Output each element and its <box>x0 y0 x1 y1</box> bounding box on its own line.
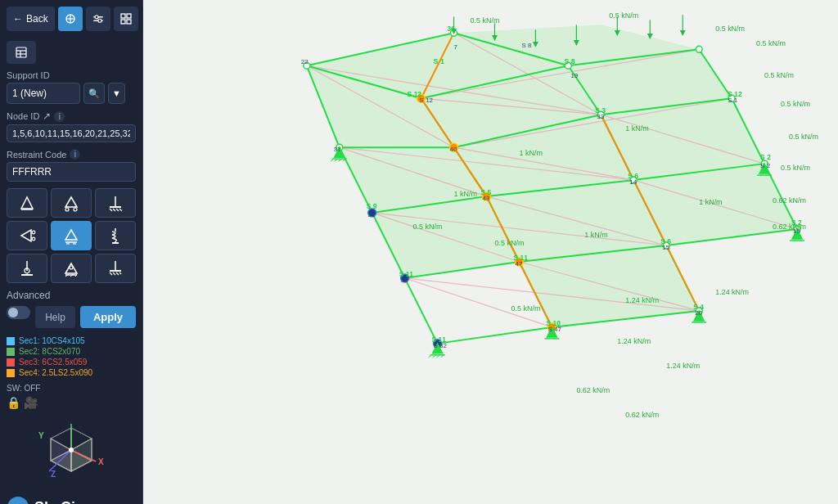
main-canvas: 0.5 kN/m 0.5 kN/m 0.5 kN/m 0.5 kN/m 0.5 … <box>143 0 838 504</box>
back-button[interactable]: ← Back <box>7 7 55 31</box>
svg-rect-10 <box>127 20 131 24</box>
support-id-input[interactable] <box>7 83 80 104</box>
camera-icon[interactable]: 🎥 <box>24 396 38 409</box>
svg-text:19: 19 <box>570 72 578 79</box>
legend-item-2: Sec2: 8CS2x070 <box>7 347 136 356</box>
svg-text:S 9: S 9 <box>367 202 377 210</box>
svg-text:1.24 kN/m: 1.24 kN/m <box>715 288 749 296</box>
svg-text:21: 21 <box>368 211 376 218</box>
legend-color-2 <box>7 348 15 356</box>
svg-point-28 <box>32 237 35 241</box>
svg-point-5 <box>95 16 98 19</box>
cube-svg: X Y Z <box>34 416 108 489</box>
svg-line-22 <box>110 209 112 211</box>
z-axis-label: Z <box>51 470 56 479</box>
svg-marker-39 <box>65 263 77 273</box>
cube-center <box>69 448 74 452</box>
svg-text:S 47: S 47 <box>547 326 561 333</box>
svg-text:0.62 kN/m: 0.62 kN/m <box>773 196 806 205</box>
skyciv-logo-row: SkyCiv <box>7 493 136 504</box>
roller-v-center-icon <box>62 227 80 245</box>
restraint-btn-roller-v-left[interactable] <box>7 221 47 250</box>
legend-item-3: Sec3: 6CS2.5x059 <box>7 358 136 367</box>
svg-text:0.5 kN/m: 0.5 kN/m <box>715 25 745 33</box>
grid-button[interactable] <box>114 7 138 31</box>
extra-icon-button[interactable] <box>7 41 36 64</box>
svg-line-47 <box>110 272 112 275</box>
svg-text:0.5 kN/m: 0.5 kN/m <box>471 16 500 25</box>
node-id-info-icon[interactable]: i <box>54 111 65 122</box>
support-id-search-button[interactable]: 🔍 <box>83 83 105 104</box>
support-id-label: Support ID <box>7 70 136 80</box>
svg-text:47: 47 <box>515 260 522 268</box>
restraint-btn-roller-h[interactable] <box>51 188 92 218</box>
svg-rect-9 <box>121 20 125 24</box>
svg-point-27 <box>32 231 35 234</box>
svg-text:1.24 kN/m: 1.24 kN/m <box>617 337 651 345</box>
svg-text:0.62 kN/m: 0.62 kN/m <box>625 411 659 419</box>
restraint-btn-fixed[interactable] <box>95 188 136 218</box>
svg-text:S 1: S 1 <box>728 97 738 104</box>
legend-label-3: Sec3: 6CS2.5x059 <box>19 358 87 367</box>
svg-marker-29 <box>65 230 77 240</box>
svg-text:0.5 kN/m: 0.5 kN/m <box>413 223 443 231</box>
svg-text:0.5 kN/m: 0.5 kN/m <box>756 39 786 47</box>
advanced-row: Advanced <box>7 290 136 301</box>
node-icon <box>64 12 77 25</box>
svg-text:36: 36 <box>448 25 456 33</box>
sw-label: SW: OFF <box>7 384 40 393</box>
restraint-code-input[interactable] <box>7 162 136 182</box>
svg-text:15: 15 <box>793 227 800 235</box>
svg-point-40 <box>70 266 73 269</box>
svg-text:43: 43 <box>483 195 490 202</box>
svg-line-50 <box>119 272 121 274</box>
svg-text:1 kN/m: 1 kN/m <box>519 149 542 157</box>
support-id-dropdown-button[interactable]: ▼ <box>108 83 125 104</box>
toggle-knob <box>8 308 18 317</box>
legend-label-2: Sec2: 8CS2x070 <box>19 347 80 356</box>
table-icon <box>15 46 28 59</box>
svg-point-6 <box>98 19 101 22</box>
svg-text:37: 37 <box>334 146 341 153</box>
pin-support-icon <box>18 194 36 212</box>
svg-text:0.5 kN/m: 0.5 kN/m <box>494 239 524 247</box>
svg-text:0.62 kN/m: 0.62 kN/m <box>576 386 610 394</box>
restraint-btn-ground[interactable] <box>7 254 47 283</box>
restraint-btn-roller-v-center[interactable] <box>51 221 92 250</box>
restraint-btn-hatch[interactable] <box>95 254 136 283</box>
help-button[interactable]: Help <box>35 306 75 328</box>
x-axis-label: X <box>98 457 104 466</box>
sw-row: SW: OFF <box>7 384 136 393</box>
restraint-btn-pin2[interactable] <box>51 254 92 283</box>
svg-line-25 <box>119 209 122 211</box>
legend-item-1: Sec1: 10CS4x105 <box>7 336 136 345</box>
svg-text:22: 22 <box>301 58 309 65</box>
roller-h-icon <box>62 194 80 212</box>
svg-text:20: 20 <box>695 309 702 317</box>
svg-text:1.24 kN/m: 1.24 kN/m <box>666 362 700 370</box>
svg-text:1 kN/m: 1 kN/m <box>454 190 477 198</box>
restraint-btn-pin[interactable] <box>7 188 47 218</box>
adjust-button[interactable] <box>86 7 110 31</box>
svg-text:0.5 kN/m: 0.5 kN/m <box>764 71 794 79</box>
svg-text:0.5 kN/m: 0.5 kN/m <box>511 304 540 313</box>
svg-text:1 kN/m: 1 kN/m <box>625 124 648 133</box>
svg-rect-8 <box>127 14 131 18</box>
svg-text:S 8: S 8 <box>564 57 574 65</box>
fixed-support-icon <box>106 194 124 212</box>
restraint-btn-spring-v[interactable] <box>95 221 136 250</box>
node-id-arrow-icon[interactable]: ↗ <box>43 110 51 122</box>
svg-text:S 1: S 1 <box>434 57 444 65</box>
legend-color-1 <box>7 337 15 345</box>
node-id-label-row: Node ID ↗ i <box>7 110 136 122</box>
node-mode-button[interactable] <box>58 7 83 31</box>
lock-icon[interactable]: 🔒 <box>7 396 20 409</box>
svg-text:7: 7 <box>454 43 458 51</box>
legend-color-4 <box>7 369 15 377</box>
apply-button[interactable]: Apply <box>80 306 136 328</box>
advanced-toggle[interactable] <box>7 306 30 319</box>
restraint-buttons-grid <box>7 188 136 283</box>
node-id-input[interactable] <box>7 124 136 142</box>
restraint-code-info-icon[interactable]: i <box>70 149 80 160</box>
svg-text:0.5 kN/m: 0.5 kN/m <box>781 100 810 108</box>
